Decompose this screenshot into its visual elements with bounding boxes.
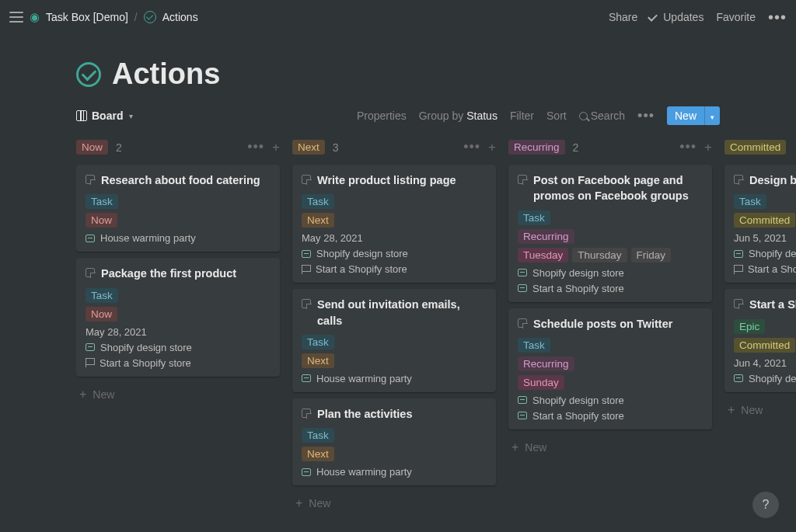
card-badges: TaskNext bbox=[302, 335, 487, 368]
card-date: Jun 4, 2021 bbox=[734, 357, 796, 369]
project-icon bbox=[518, 412, 527, 419]
topbar-left: ◉ Task Box [Demo] / Actions bbox=[9, 10, 198, 24]
sort-button[interactable]: Sort bbox=[546, 110, 567, 122]
properties-button[interactable]: Properties bbox=[357, 110, 407, 122]
new-button[interactable]: New ▾ bbox=[667, 106, 720, 125]
card-relation: Shopify design store bbox=[86, 342, 271, 353]
breadcrumb-page[interactable]: Actions bbox=[162, 11, 198, 23]
add-new-button[interactable]: +New bbox=[724, 398, 796, 422]
relation-text: Shopify design store bbox=[532, 395, 624, 406]
tag-badge: Committed bbox=[734, 338, 795, 353]
check-circle-icon bbox=[76, 62, 101, 87]
tag-badge: Task bbox=[302, 428, 334, 443]
card[interactable]: Package the first product TaskNowMay 28,… bbox=[76, 258, 280, 376]
tag-badge: Task bbox=[518, 338, 550, 353]
relation-text: Start a Shopify store bbox=[532, 410, 624, 422]
card[interactable]: Design bra TaskCommittedJun 5, 2021 Shop… bbox=[724, 165, 796, 283]
view-switcher[interactable]: Board ▾ bbox=[76, 110, 133, 122]
card[interactable]: Start a Sho EpicCommittedJun 4, 2021 Sho… bbox=[724, 289, 796, 391]
share-button[interactable]: Share bbox=[609, 11, 637, 23]
page-icon bbox=[302, 409, 311, 418]
new-dropdown[interactable]: ▾ bbox=[704, 106, 720, 125]
plus-icon: + bbox=[728, 403, 735, 417]
column-count: 2 bbox=[116, 141, 122, 154]
add-new-button[interactable]: +New bbox=[508, 436, 712, 459]
card-relation: Shopify des bbox=[734, 373, 796, 384]
more-icon[interactable]: ••• bbox=[768, 9, 787, 26]
project-icon bbox=[518, 269, 527, 276]
card-title: Post on Facebook page and promos on Face… bbox=[533, 172, 703, 204]
card[interactable]: Schedule posts on Twitter TaskRecurringS… bbox=[508, 308, 712, 429]
check-icon bbox=[650, 12, 660, 23]
status-badge[interactable]: Committed bbox=[724, 140, 786, 155]
column-more-icon[interactable]: ••• bbox=[247, 139, 264, 155]
plus-icon: + bbox=[511, 440, 518, 454]
breadcrumb-separator: / bbox=[134, 11, 138, 23]
card-badges: TaskNext bbox=[302, 194, 487, 228]
page-icon bbox=[734, 299, 743, 308]
card[interactable]: Post on Facebook page and promos on Face… bbox=[508, 165, 712, 302]
updates-button[interactable]: Updates bbox=[650, 11, 703, 23]
card-title: Package the first product bbox=[101, 266, 236, 281]
tag-badge: Recurring bbox=[518, 356, 574, 371]
day-badge: Thursday bbox=[572, 248, 627, 263]
card-title: Write product listing page bbox=[317, 172, 456, 188]
tag-badge: Recurring bbox=[518, 229, 574, 244]
card-badges: TaskCommitted bbox=[734, 194, 796, 228]
status-badge[interactable]: Recurring bbox=[508, 140, 565, 155]
view-toolbar: Board ▾ Properties Group by Status Filte… bbox=[76, 106, 796, 125]
card[interactable]: Research about food catering TaskNow Hou… bbox=[76, 165, 280, 252]
tag-badge: Next bbox=[302, 213, 334, 228]
project-icon bbox=[734, 374, 743, 382]
status-badge[interactable]: Now bbox=[76, 140, 108, 155]
column-more-icon[interactable]: ••• bbox=[679, 139, 696, 155]
card-relation: House warming party bbox=[302, 466, 487, 478]
filter-button[interactable]: Filter bbox=[510, 110, 534, 122]
favorite-button[interactable]: Favorite bbox=[716, 11, 756, 23]
page-icon bbox=[86, 175, 95, 184]
add-card-icon[interactable]: + bbox=[704, 140, 712, 155]
card[interactable]: Send out invitation emails, calls TaskNe… bbox=[292, 289, 496, 392]
project-icon bbox=[302, 468, 311, 476]
menu-icon[interactable] bbox=[9, 12, 23, 23]
card-badges: TaskNow bbox=[86, 194, 271, 228]
column-header: Next 3 ••• + bbox=[292, 139, 496, 155]
card-title: Schedule posts on Twitter bbox=[533, 316, 672, 332]
board-icon bbox=[76, 110, 87, 121]
groupby-button[interactable]: Group by Status bbox=[419, 110, 498, 122]
relation-text: Start a Sho bbox=[748, 263, 796, 275]
add-new-button[interactable]: +New bbox=[76, 383, 280, 406]
card-title: Start a Sho bbox=[749, 297, 796, 312]
card-relation: House warming party bbox=[86, 232, 271, 244]
card[interactable]: Plan the activities TaskNext House warmi… bbox=[292, 398, 496, 485]
globe-icon: ◉ bbox=[30, 10, 40, 24]
relation-text: Start a Shopify store bbox=[100, 357, 191, 369]
toolbar-more-icon[interactable]: ••• bbox=[637, 108, 655, 124]
search-button[interactable]: Search bbox=[579, 110, 625, 122]
card-relation: Shopify design store bbox=[518, 395, 703, 406]
tag-badge: Sunday bbox=[518, 375, 564, 390]
search-icon bbox=[579, 112, 588, 120]
card-relation: House warming party bbox=[302, 373, 487, 384]
tag-badge: Task bbox=[86, 288, 118, 303]
status-badge[interactable]: Next bbox=[292, 140, 325, 155]
flag-icon bbox=[86, 358, 94, 367]
add-card-icon[interactable]: + bbox=[488, 140, 496, 155]
relation-text: House warming party bbox=[316, 466, 412, 478]
tag-badge: Task bbox=[302, 335, 334, 349]
card-relation: Start a Shopify store bbox=[86, 357, 271, 369]
card-title: Research about food catering bbox=[101, 172, 260, 188]
add-card-icon[interactable]: + bbox=[272, 140, 280, 155]
page-icon bbox=[302, 299, 311, 308]
page-icon bbox=[734, 175, 743, 184]
card[interactable]: Write product listing page TaskNextMay 2… bbox=[292, 165, 496, 283]
card-title: Design bra bbox=[749, 172, 796, 188]
help-button[interactable]: ? bbox=[752, 492, 779, 518]
breadcrumb-workspace[interactable]: Task Box [Demo] bbox=[46, 11, 128, 23]
card-badges: TaskNow bbox=[86, 288, 271, 322]
add-new-button[interactable]: +New bbox=[292, 492, 496, 515]
card-badges: EpicCommitted bbox=[734, 319, 796, 353]
relation-text: Shopify des bbox=[749, 248, 796, 259]
column-more-icon[interactable]: ••• bbox=[463, 139, 480, 155]
relation-text: House warming party bbox=[100, 232, 196, 244]
